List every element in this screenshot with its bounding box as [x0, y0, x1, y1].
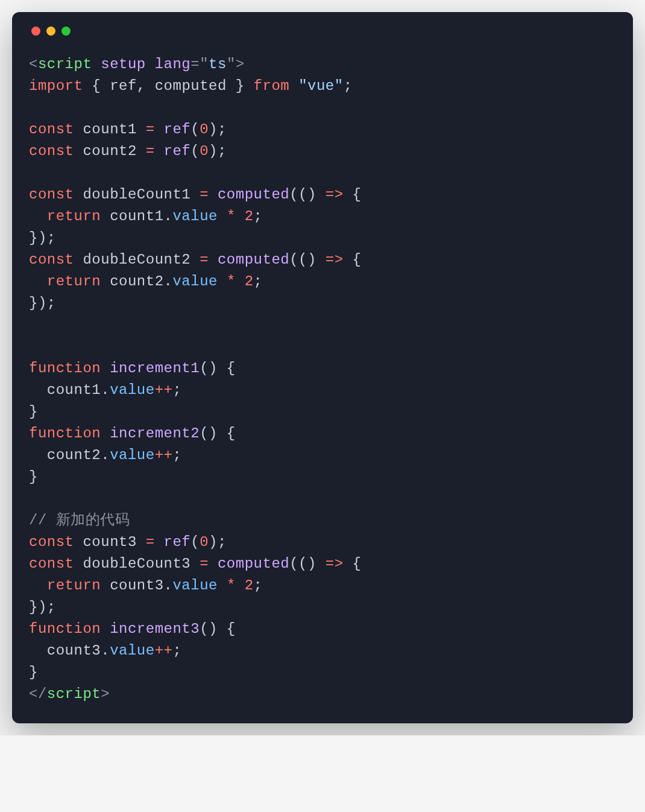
code-token: value [172, 577, 218, 594]
code-token: ( [190, 534, 200, 550]
zoom-icon[interactable] [61, 27, 71, 36]
code-token: value [172, 208, 218, 224]
code-line [29, 336, 616, 358]
code-token: script [38, 56, 92, 72]
code-token [137, 143, 146, 159]
code-token: (() [289, 556, 326, 572]
code-token: => [326, 556, 344, 572]
close-icon[interactable] [31, 27, 40, 36]
code-line: }); [29, 227, 616, 249]
code-token [137, 121, 146, 138]
code-token: } [29, 664, 38, 680]
code-token: { [83, 78, 110, 94]
code-token: const [29, 186, 74, 203]
code-token [155, 143, 164, 159]
code-token: * [227, 273, 236, 290]
code-token [155, 121, 164, 138]
code-token: value [110, 447, 155, 463]
code-token [29, 577, 47, 594]
code-token [74, 556, 83, 572]
code-token [190, 186, 200, 203]
code-line: const doubleCount3 = computed(() => { [29, 553, 616, 575]
code-token: script [47, 686, 101, 702]
code-token: . [101, 382, 110, 398]
code-token: ; [172, 642, 181, 659]
code-line [29, 97, 616, 119]
window-titlebar [29, 27, 616, 36]
code-token: count3 [47, 642, 101, 659]
code-token: ; [172, 447, 181, 463]
code-token: = [200, 252, 209, 268]
code-token [92, 56, 101, 72]
code-token [236, 273, 245, 290]
code-token [101, 621, 110, 637]
code-token [74, 534, 83, 550]
code-token: { [344, 252, 362, 268]
code-token: => [326, 252, 344, 268]
code-token: ++ [155, 382, 173, 398]
code-token: 2 [245, 577, 254, 594]
code-token: (() [289, 252, 326, 268]
code-token: ; [344, 78, 353, 94]
code-token [29, 273, 47, 290]
code-token [146, 56, 155, 72]
code-token: = [200, 556, 209, 572]
code-token: = [146, 534, 155, 550]
code-token: { [344, 186, 362, 203]
code-token: 2 [245, 208, 254, 224]
code-token: ; [254, 577, 263, 594]
code-token [209, 252, 218, 268]
code-line: function increment2() { [29, 423, 616, 445]
code-token: = [146, 121, 155, 138]
code-token: , [137, 78, 155, 94]
code-token: count1 [47, 382, 101, 398]
code-token: ); [209, 534, 227, 550]
code-token [236, 577, 245, 594]
code-token: return [47, 273, 101, 290]
minimize-icon[interactable] [46, 27, 55, 36]
code-line: }); [29, 597, 616, 618]
code-token: => [326, 186, 344, 203]
code-token [218, 208, 227, 224]
code-token: }); [29, 295, 56, 311]
code-line: function increment3() { [29, 618, 616, 640]
code-token [29, 208, 47, 224]
code-token: . [101, 447, 110, 463]
code-token: ( [190, 143, 200, 159]
code-token: 0 [200, 121, 209, 138]
code-line: const count1 = ref(0); [29, 119, 616, 141]
code-token [29, 447, 47, 463]
code-token: </ [29, 686, 47, 702]
code-token: " [227, 56, 236, 72]
code-token: ref [164, 143, 191, 159]
code-token [101, 577, 110, 594]
code-token [218, 577, 227, 594]
code-token: computed [218, 252, 289, 268]
code-token: count2 [110, 273, 163, 290]
code-line [29, 314, 616, 336]
code-line: return count1.value * 2; [29, 206, 616, 227]
code-token [101, 425, 110, 442]
code-token: ; [172, 382, 181, 398]
code-token: ++ [155, 447, 173, 463]
code-token [289, 78, 298, 94]
code-token: count3 [110, 577, 163, 594]
code-token: ref [164, 534, 191, 550]
code-token: function [29, 621, 101, 637]
code-token [137, 534, 146, 550]
code-token [29, 642, 47, 659]
code-token: lang [155, 56, 191, 72]
code-token: return [47, 208, 101, 224]
code-token: ; [254, 273, 263, 290]
code-token: const [29, 556, 74, 572]
code-line: <script setup lang="ts"> [29, 54, 616, 75]
code-token [101, 360, 110, 376]
code-token [74, 252, 83, 268]
code-line: } [29, 466, 616, 488]
code-token: computed [155, 78, 227, 94]
code-line: const count3 = ref(0); [29, 531, 616, 553]
code-token: return [47, 577, 101, 594]
code-token [74, 121, 83, 138]
code-line: count3.value++; [29, 640, 616, 662]
code-token [101, 273, 110, 290]
